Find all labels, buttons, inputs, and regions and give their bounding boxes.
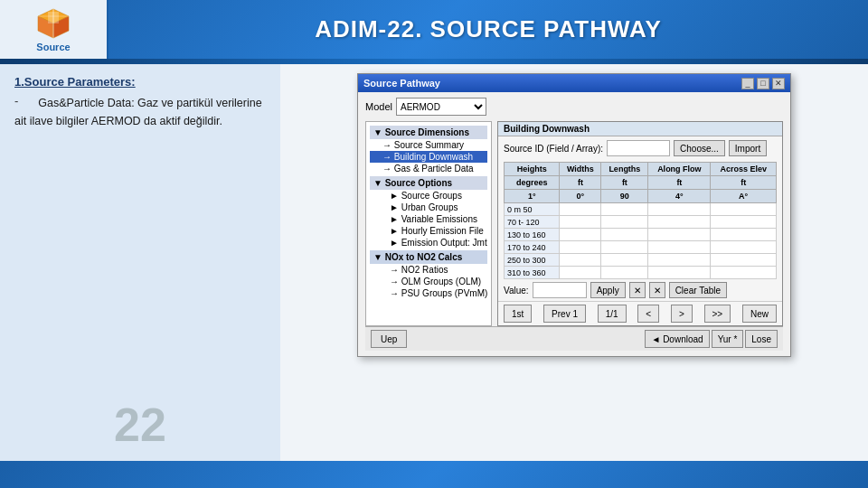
tree-item-no2-ratios[interactable]: → NO2 Ratios — [370, 264, 487, 276]
dialog-maximize-btn[interactable]: □ — [757, 78, 769, 89]
choose-btn[interactable]: Choose... — [674, 140, 725, 156]
header-title: ADIM-22. SOURCE PATHWAY — [108, 15, 868, 43]
col-heights: Heights — [505, 163, 560, 176]
source-id-row: Source ID (Field / Array): Choose... Imp… — [498, 136, 782, 158]
table-row: 70 t- 120 — [505, 216, 777, 229]
fwd-btn[interactable]: > — [671, 305, 693, 323]
table-row: 310 to 360 — [505, 267, 777, 279]
tree-item-building-downwash[interactable]: → Building Downwash — [370, 151, 487, 163]
apply-btn[interactable]: Apply — [590, 282, 626, 298]
source-id-input[interactable] — [607, 140, 670, 156]
bullet-item: - Gas&Particle Data: Gaz ve partikül ver… — [14, 94, 266, 131]
right-panel: Source Pathway _ □ ✕ Model AERMOD — [280, 64, 868, 461]
tree-item-source-groups[interactable]: ► Source Groups — [370, 190, 487, 202]
bdw-title: Building Downwash — [498, 122, 782, 136]
last-btn[interactable]: >> — [704, 305, 731, 323]
dialog-close-btn[interactable]: ✕ — [772, 78, 785, 89]
col-lengths: Lengths — [601, 163, 648, 176]
value-input[interactable] — [533, 282, 587, 298]
source-id-label: Source ID (Field / Array): — [504, 144, 603, 154]
tree-item-hourly-emission[interactable]: ► Hourly Emission File — [370, 225, 487, 237]
footer-nav: ◄ Download Yur * Lose — [645, 330, 778, 348]
dialog-minimize-btn[interactable]: _ — [741, 78, 754, 89]
bottom-bar — [0, 461, 868, 488]
bdw-table: Heights Widths Lengths Along Flow Across… — [504, 162, 777, 279]
clear-x-btn[interactable]: ✕ — [629, 282, 646, 298]
tree-section-1: ▼ Source Dimensions → Source Summary → B… — [370, 126, 487, 174]
dialog-titlebar: Source Pathway _ □ ✕ — [358, 74, 790, 92]
col-along-flow: Along Flow — [648, 163, 711, 176]
tree-section1-header[interactable]: ▼ Source Dimensions — [370, 126, 487, 139]
header: Source ADIM-22. SOURCE PATHWAY — [0, 0, 868, 59]
subh2-deg1: 1° — [505, 190, 560, 203]
new-btn[interactable]: New — [742, 305, 777, 323]
section-title: 1.Source Parameters: — [14, 75, 266, 89]
page-indicator-btn: 1/1 — [598, 305, 627, 323]
bullet-text: Gas&Particle Data: Gaz ve partikül veril… — [14, 97, 262, 127]
tree-item-gas-particle[interactable]: → Gas & Particle Data — [370, 163, 487, 174]
subh-degrees: degrees — [505, 176, 560, 190]
bottom-btn-row: 1st Prev 1 1/1 < > >> New — [498, 301, 782, 325]
lose-btn[interactable]: Lose — [745, 330, 778, 348]
prev-btn[interactable]: Prev 1 — [543, 305, 586, 323]
tree-item-psu-groups[interactable]: → PSU Groups (PVmM) — [370, 287, 487, 299]
tree-section-2: ▼ Source Options ► Source Groups ► Urban… — [370, 176, 487, 249]
subh2-deg3: 90 — [601, 190, 648, 203]
dialog-window: Source Pathway _ □ ✕ Model AERMOD — [357, 73, 791, 357]
col-widths: Widths — [560, 163, 601, 176]
dialog-footer: Uep ◄ Download Yur * Lose — [365, 326, 783, 351]
tree-panel: ▼ Source Dimensions → Source Summary → B… — [365, 121, 492, 326]
table-row: 170 to 240 — [505, 241, 777, 254]
dialog-body: Model AERMOD ▼ Source Dimensions → Sourc… — [358, 92, 790, 356]
left-panel: 1.Source Parameters: - Gas&Particle Data… — [0, 64, 280, 461]
tree-item-urban-groups[interactable]: ► Urban Groups — [370, 202, 487, 213]
tree-section-3: ▼ NOx to NO2 Calcs → NO2 Ratios → OLM Gr… — [370, 250, 487, 299]
tree-item-source-summary[interactable]: → Source Summary — [370, 139, 487, 151]
tree-item-emission-output[interactable]: ► Emission Output: Jmt — [370, 237, 487, 249]
dialog-columns: ▼ Source Dimensions → Source Summary → B… — [365, 121, 783, 326]
subh-ft4: ft — [711, 176, 777, 190]
tree-section3-header[interactable]: ▼ NOx to NO2 Calcs — [370, 250, 487, 264]
main-content: 1.Source Parameters: - Gas&Particle Data… — [0, 64, 868, 461]
header-icon-area: Source — [0, 0, 108, 59]
subh-ft3: ft — [648, 176, 711, 190]
subh2-deg5: A° — [711, 190, 777, 203]
value-row: Value: Apply ✕ ✕ Clear Table — [498, 279, 782, 301]
back-btn[interactable]: < — [637, 305, 659, 323]
tree-item-variable-emissions[interactable]: ► Variable Emissions — [370, 213, 487, 225]
table-row: 0 m 50 — [505, 203, 777, 216]
import-btn[interactable]: Import — [729, 140, 767, 156]
value-label: Value: — [504, 286, 529, 296]
subh2-deg2: 0° — [560, 190, 601, 203]
tree-item-olm-groups[interactable]: → OLM Groups (OLM) — [370, 276, 487, 287]
yur-btn[interactable]: Yur * — [712, 330, 744, 348]
dialog-controls: _ □ ✕ — [741, 78, 785, 89]
first-btn[interactable]: 1st — [504, 305, 532, 323]
source-label: Source — [36, 42, 70, 52]
page-number: 22 — [114, 398, 166, 452]
bdw-table-container: Heights Widths Lengths Along Flow Across… — [498, 162, 782, 279]
model-select[interactable]: AERMOD — [396, 98, 486, 116]
subh-ft1: ft — [560, 176, 601, 190]
download-btn[interactable]: ◄ Download — [645, 330, 709, 348]
model-label: Model — [365, 101, 392, 112]
uep-btn[interactable]: Uep — [371, 330, 407, 348]
subh2-deg4: 4° — [648, 190, 711, 203]
subh-ft2: ft — [601, 176, 648, 190]
dialog-title: Source Pathway — [363, 78, 440, 89]
table-row: 250 to 300 — [505, 254, 777, 267]
table-row: 130 to 160 — [505, 229, 777, 241]
clear-table-btn[interactable]: Clear Table — [669, 282, 727, 298]
bullet-dash: - — [14, 94, 18, 108]
clear-x-btn2[interactable]: ✕ — [649, 282, 665, 298]
col-across-elev: Across Elev — [711, 163, 777, 176]
model-row: Model AERMOD — [365, 98, 783, 116]
bdw-panel: Building Downwash Source ID (Field / Arr… — [497, 121, 783, 326]
source-icon-svg — [36, 7, 71, 40]
tree-section2-header[interactable]: ▼ Source Options — [370, 176, 487, 190]
